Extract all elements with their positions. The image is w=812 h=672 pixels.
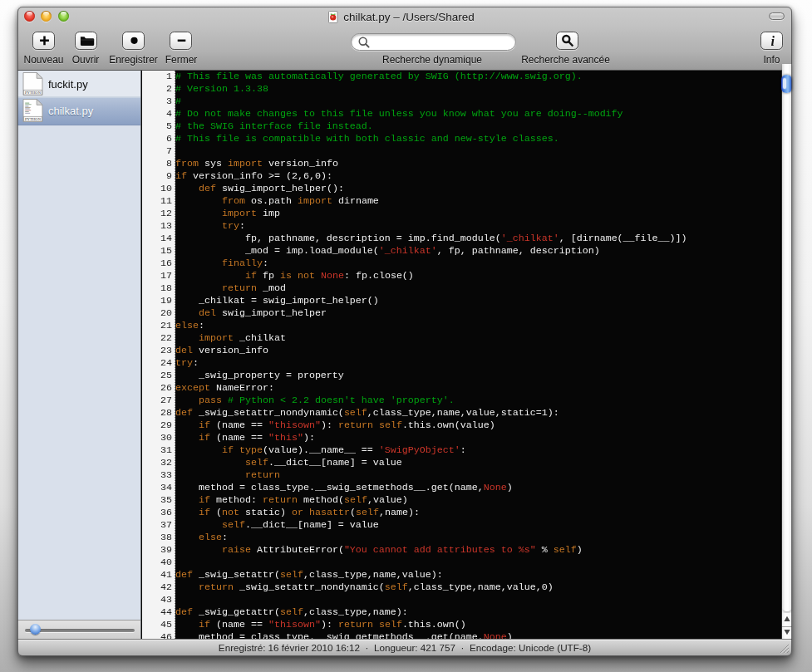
svg-text:PYTHON: PYTHON: [24, 117, 41, 121]
svg-text:i: i: [771, 34, 775, 48]
svg-text:PYTHON: PYTHON: [24, 91, 41, 95]
